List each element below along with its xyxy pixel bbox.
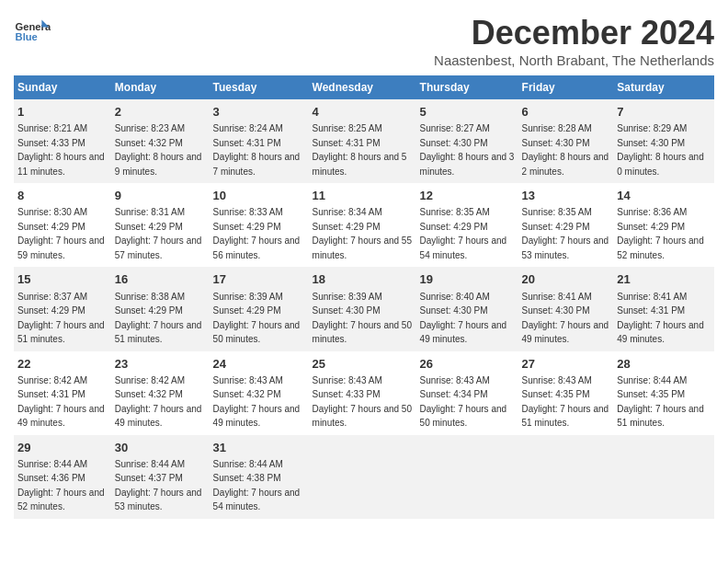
day-info: Sunrise: 8:36 AMSunset: 4:29 PMDaylight:… xyxy=(617,207,704,260)
day-number: 15 xyxy=(17,271,108,288)
day-info: Sunrise: 8:42 AMSunset: 4:32 PMDaylight:… xyxy=(115,375,202,429)
calendar-cell: 5Sunrise: 8:27 AMSunset: 4:30 PMDaylight… xyxy=(416,99,518,183)
day-info: Sunrise: 8:38 AMSunset: 4:29 PMDaylight:… xyxy=(115,292,202,345)
day-info: Sunrise: 8:30 AMSunset: 4:29 PMDaylight:… xyxy=(17,207,105,260)
logo: General Blue xyxy=(14,14,51,51)
calendar-cell: 19Sunrise: 8:40 AMSunset: 4:30 PMDayligh… xyxy=(416,267,518,350)
day-info: Sunrise: 8:33 AMSunset: 4:29 PMDaylight:… xyxy=(213,207,301,260)
day-info: Sunrise: 8:31 AMSunset: 4:29 PMDaylight:… xyxy=(115,207,202,260)
calendar-cell: 20Sunrise: 8:41 AMSunset: 4:30 PMDayligh… xyxy=(518,267,614,350)
calendar-cell xyxy=(613,435,714,519)
day-info: Sunrise: 8:35 AMSunset: 4:29 PMDaylight:… xyxy=(522,207,609,260)
calendar-cell: 7Sunrise: 8:29 AMSunset: 4:30 PMDaylight… xyxy=(613,99,714,183)
calendar-cell: 8Sunrise: 8:30 AMSunset: 4:29 PMDaylight… xyxy=(14,183,111,267)
calendar-cell: 26Sunrise: 8:43 AMSunset: 4:34 PMDayligh… xyxy=(416,351,518,435)
calendar-cell: 24Sunrise: 8:43 AMSunset: 4:32 PMDayligh… xyxy=(210,351,309,435)
day-number: 20 xyxy=(522,271,610,288)
calendar-cell: 28Sunrise: 8:44 AMSunset: 4:35 PMDayligh… xyxy=(613,351,714,435)
day-number: 11 xyxy=(313,188,413,204)
calendar-cell: 27Sunrise: 8:43 AMSunset: 4:35 PMDayligh… xyxy=(518,351,614,435)
calendar-cell: 2Sunrise: 8:23 AMSunset: 4:32 PMDaylight… xyxy=(111,99,210,183)
day-info: Sunrise: 8:43 AMSunset: 4:32 PMDaylight:… xyxy=(213,375,301,429)
weekday-header-row: SundayMondayTuesdayWednesdayThursdayFrid… xyxy=(14,75,714,99)
day-number: 4 xyxy=(313,104,413,121)
day-number: 24 xyxy=(213,356,305,373)
day-info: Sunrise: 8:35 AMSunset: 4:29 PMDaylight:… xyxy=(420,207,507,260)
calendar-cell: 30Sunrise: 8:44 AMSunset: 4:37 PMDayligh… xyxy=(111,435,210,519)
day-number: 23 xyxy=(115,356,206,373)
day-number: 1 xyxy=(17,104,108,121)
day-info: Sunrise: 8:43 AMSunset: 4:33 PMDaylight:… xyxy=(313,375,412,429)
day-number: 13 xyxy=(522,188,610,204)
day-number: 25 xyxy=(313,356,413,373)
day-info: Sunrise: 8:34 AMSunset: 4:29 PMDaylight:… xyxy=(313,207,412,260)
main-title: December 2024 xyxy=(434,14,714,52)
day-info: Sunrise: 8:40 AMSunset: 4:30 PMDaylight:… xyxy=(420,292,507,345)
day-info: Sunrise: 8:37 AMSunset: 4:29 PMDaylight:… xyxy=(17,292,105,345)
day-info: Sunrise: 8:43 AMSunset: 4:35 PMDaylight:… xyxy=(522,375,609,429)
calendar-cell: 31Sunrise: 8:44 AMSunset: 4:38 PMDayligh… xyxy=(210,435,309,519)
day-info: Sunrise: 8:27 AMSunset: 4:30 PMDaylight:… xyxy=(420,123,515,177)
day-number: 14 xyxy=(617,188,711,204)
calendar-cell xyxy=(416,435,518,519)
calendar-cell: 10Sunrise: 8:33 AMSunset: 4:29 PMDayligh… xyxy=(210,183,309,267)
day-number: 28 xyxy=(617,356,711,373)
week-row-4: 22Sunrise: 8:42 AMSunset: 4:31 PMDayligh… xyxy=(14,351,714,435)
weekday-header-tuesday: Tuesday xyxy=(210,75,309,99)
calendar-cell: 13Sunrise: 8:35 AMSunset: 4:29 PMDayligh… xyxy=(518,183,614,267)
day-number: 2 xyxy=(115,104,206,121)
day-info: Sunrise: 8:21 AMSunset: 4:33 PMDaylight:… xyxy=(17,123,105,177)
day-number: 29 xyxy=(17,440,108,456)
subtitle: Naastenbest, North Brabant, The Netherla… xyxy=(434,52,714,68)
calendar-cell: 17Sunrise: 8:39 AMSunset: 4:29 PMDayligh… xyxy=(210,267,309,350)
day-info: Sunrise: 8:44 AMSunset: 4:37 PMDaylight:… xyxy=(115,459,202,512)
calendar-cell: 15Sunrise: 8:37 AMSunset: 4:29 PMDayligh… xyxy=(14,267,111,350)
logo-icon: General Blue xyxy=(14,14,51,51)
day-info: Sunrise: 8:43 AMSunset: 4:34 PMDaylight:… xyxy=(420,375,507,429)
calendar-cell: 25Sunrise: 8:43 AMSunset: 4:33 PMDayligh… xyxy=(309,351,416,435)
svg-text:Blue: Blue xyxy=(16,31,38,42)
calendar-cell: 6Sunrise: 8:28 AMSunset: 4:30 PMDaylight… xyxy=(518,99,614,183)
weekday-header-monday: Monday xyxy=(111,75,210,99)
calendar-cell: 29Sunrise: 8:44 AMSunset: 4:36 PMDayligh… xyxy=(14,435,111,519)
day-number: 5 xyxy=(420,104,515,121)
day-info: Sunrise: 8:44 AMSunset: 4:35 PMDaylight:… xyxy=(617,375,704,429)
day-number: 18 xyxy=(313,271,413,288)
week-row-2: 8Sunrise: 8:30 AMSunset: 4:29 PMDaylight… xyxy=(14,183,714,267)
day-info: Sunrise: 8:25 AMSunset: 4:31 PMDaylight:… xyxy=(313,123,407,177)
day-number: 26 xyxy=(420,356,515,373)
day-info: Sunrise: 8:44 AMSunset: 4:38 PMDaylight:… xyxy=(213,459,301,512)
day-info: Sunrise: 8:44 AMSunset: 4:36 PMDaylight:… xyxy=(17,459,105,512)
calendar-cell: 9Sunrise: 8:31 AMSunset: 4:29 PMDaylight… xyxy=(111,183,210,267)
weekday-header-wednesday: Wednesday xyxy=(309,75,416,99)
day-info: Sunrise: 8:41 AMSunset: 4:31 PMDaylight:… xyxy=(617,292,704,345)
day-info: Sunrise: 8:41 AMSunset: 4:30 PMDaylight:… xyxy=(522,292,609,345)
calendar-table: SundayMondayTuesdayWednesdayThursdayFrid… xyxy=(14,75,714,519)
day-info: Sunrise: 8:39 AMSunset: 4:30 PMDaylight:… xyxy=(313,292,412,345)
header: General Blue December 2024 Naastenbest, … xyxy=(14,14,714,68)
day-number: 6 xyxy=(522,104,610,121)
week-row-1: 1Sunrise: 8:21 AMSunset: 4:33 PMDaylight… xyxy=(14,99,714,183)
calendar-cell: 12Sunrise: 8:35 AMSunset: 4:29 PMDayligh… xyxy=(416,183,518,267)
calendar-cell: 3Sunrise: 8:24 AMSunset: 4:31 PMDaylight… xyxy=(210,99,309,183)
day-number: 16 xyxy=(115,271,206,288)
day-number: 8 xyxy=(17,188,108,204)
calendar-cell: 1Sunrise: 8:21 AMSunset: 4:33 PMDaylight… xyxy=(14,99,111,183)
calendar-cell: 23Sunrise: 8:42 AMSunset: 4:32 PMDayligh… xyxy=(111,351,210,435)
calendar-cell: 14Sunrise: 8:36 AMSunset: 4:29 PMDayligh… xyxy=(613,183,714,267)
weekday-header-sunday: Sunday xyxy=(14,75,111,99)
day-number: 21 xyxy=(617,271,711,288)
day-number: 30 xyxy=(115,440,206,456)
day-info: Sunrise: 8:24 AMSunset: 4:31 PMDaylight:… xyxy=(213,123,301,177)
day-number: 22 xyxy=(17,356,108,373)
day-number: 27 xyxy=(522,356,610,373)
weekday-header-saturday: Saturday xyxy=(613,75,714,99)
day-number: 31 xyxy=(213,440,305,456)
day-info: Sunrise: 8:23 AMSunset: 4:32 PMDaylight:… xyxy=(115,123,202,177)
calendar-cell: 11Sunrise: 8:34 AMSunset: 4:29 PMDayligh… xyxy=(309,183,416,267)
day-number: 9 xyxy=(115,188,206,204)
day-info: Sunrise: 8:28 AMSunset: 4:30 PMDaylight:… xyxy=(522,123,609,177)
calendar-cell: 16Sunrise: 8:38 AMSunset: 4:29 PMDayligh… xyxy=(111,267,210,350)
title-section: December 2024 Naastenbest, North Brabant… xyxy=(434,14,714,68)
day-number: 19 xyxy=(420,271,515,288)
